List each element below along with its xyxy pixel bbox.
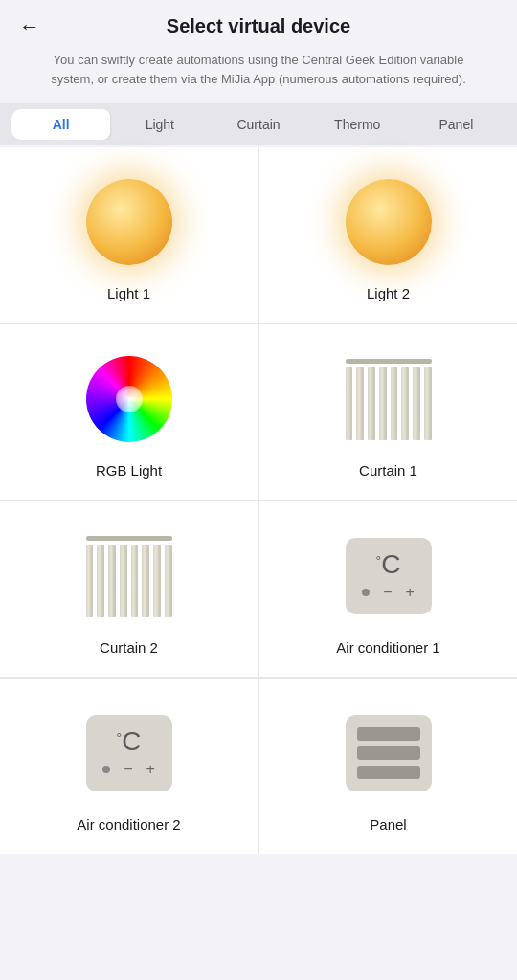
panel-icon-wrapper	[341, 705, 437, 801]
curtain-fold	[86, 545, 94, 617]
rgb-icon	[81, 351, 177, 447]
device-card-light1[interactable]: Light 1	[0, 147, 258, 323]
curtain-fold	[120, 545, 127, 617]
device-label-panel: Panel	[370, 816, 406, 833]
curtain-rail-2	[86, 536, 172, 541]
ac-minus-icon-2: −	[124, 761, 132, 778]
panel-bar	[357, 746, 420, 760]
light1-icon	[81, 174, 177, 270]
device-card-ac1[interactable]: ° C − + Air conditioner 1	[259, 501, 517, 677]
back-button[interactable]: ←	[19, 14, 40, 39]
ac1-icon: ° C − +	[341, 528, 437, 624]
curtain-folds	[346, 368, 432, 440]
curtain-fold	[346, 368, 353, 440]
tab-light[interactable]: Light	[110, 109, 209, 140]
header: ← Select virtual device	[0, 0, 517, 47]
ac-icon-graphic: ° C − +	[346, 538, 432, 614]
tab-curtain[interactable]: Curtain	[209, 109, 307, 140]
device-label-rgb: RGB Light	[96, 462, 162, 479]
curtain-fold	[356, 368, 364, 440]
device-label-ac1: Air conditioner 1	[336, 639, 439, 656]
ac-celsius-letter: C	[381, 551, 400, 578]
ac-controls-2: − +	[102, 761, 155, 778]
device-label-light2: Light 2	[367, 285, 410, 301]
curtain-fold	[368, 368, 375, 440]
ac-plus-icon-2: +	[146, 761, 155, 778]
device-grid: Light 1 Light 2 RGB Light	[0, 147, 517, 854]
panel-bar	[357, 727, 420, 741]
tab-all[interactable]: All	[11, 109, 110, 140]
ac-dot	[362, 589, 370, 596]
curtain-folds-2	[86, 545, 172, 617]
curtain-rail	[346, 359, 432, 364]
curtain-fold	[131, 545, 139, 617]
curtain2-icon	[81, 528, 177, 624]
bulb-warm-icon	[86, 179, 172, 265]
tab-panel[interactable]: Panel	[407, 109, 506, 140]
device-card-light2[interactable]: Light 2	[259, 147, 517, 323]
curtain1-icon	[341, 351, 437, 447]
curtain-icon-graphic	[346, 359, 432, 440]
panel-bar	[357, 766, 420, 779]
ac-top-row: ° C	[355, 551, 422, 578]
device-label-ac2: Air conditioner 2	[77, 816, 180, 833]
ac-plus-icon: +	[406, 584, 415, 601]
curtain-fold	[391, 368, 398, 440]
curtain-icon-graphic-2	[86, 536, 172, 617]
ac-celsius-letter-2: C	[122, 728, 141, 755]
light2-icon	[341, 174, 437, 270]
curtain-fold	[424, 368, 432, 440]
panel-icon-graphic	[346, 715, 432, 791]
curtain-fold	[108, 545, 116, 617]
device-card-curtain1[interactable]: Curtain 1	[259, 324, 517, 500]
device-label-curtain1: Curtain 1	[359, 462, 417, 479]
device-card-ac2[interactable]: ° C − + Air conditioner 2	[0, 679, 258, 854]
ac-top-row-2: ° C	[96, 728, 163, 755]
device-card-rgb[interactable]: RGB Light	[0, 324, 258, 500]
ac-icon-graphic-2: ° C − +	[86, 715, 172, 791]
curtain-fold	[97, 545, 104, 617]
curtain-fold	[401, 368, 409, 440]
page-title: Select virtual device	[167, 15, 350, 37]
tabs-container: All Light Curtain Thermo Panel	[0, 103, 517, 145]
ac2-icon: ° C − +	[81, 705, 177, 801]
device-label-curtain2: Curtain 2	[100, 639, 158, 656]
tabs: All Light Curtain Thermo Panel	[11, 109, 506, 140]
device-card-panel[interactable]: Panel	[259, 679, 517, 854]
subtitle-text: You can swiftly create automations using…	[0, 47, 517, 103]
device-card-curtain2[interactable]: Curtain 2	[0, 501, 258, 677]
bulb-warm-icon-2	[346, 179, 432, 265]
curtain-fold	[379, 368, 387, 440]
ac-controls: − +	[362, 584, 415, 601]
color-wheel-icon	[86, 356, 172, 442]
curtain-fold	[413, 368, 420, 440]
curtain-fold	[142, 545, 149, 617]
ac-minus-icon: −	[383, 584, 392, 601]
curtain-fold	[165, 545, 172, 617]
tab-thermo[interactable]: Thermo	[308, 109, 407, 140]
ac-dot-2	[102, 766, 110, 773]
curtain-fold	[153, 545, 161, 617]
device-label-light1: Light 1	[107, 285, 150, 301]
